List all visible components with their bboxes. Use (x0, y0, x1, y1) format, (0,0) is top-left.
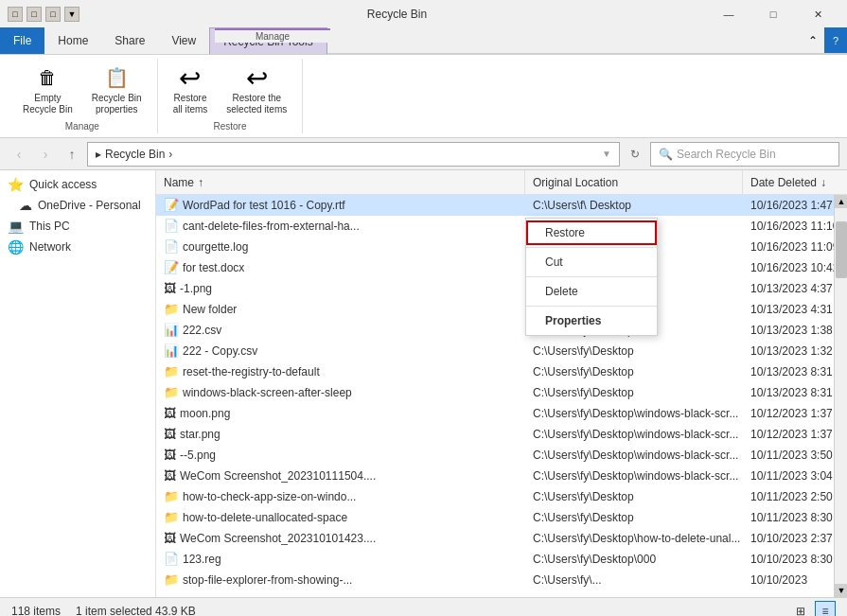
file-date-cell: 10/13/2023 4:31 PM (743, 303, 834, 316)
col-header-name[interactable]: Name ↑ (156, 170, 525, 194)
scroll-up-button[interactable]: ▲ (835, 195, 847, 208)
address-box[interactable]: ▸ Recycle Bin › ▼ (87, 142, 620, 167)
tab-view[interactable]: View (158, 27, 209, 54)
sidebar-item-onedrive[interactable]: ☁ OneDrive - Personal (0, 195, 155, 216)
restore-all-icon: ↩ (175, 62, 205, 93)
file-name-cell: 📁reset-the-registry-to-default (156, 364, 525, 378)
quick-access-icon-3[interactable]: □ (45, 7, 61, 22)
details-view-button[interactable]: ≡ (815, 601, 836, 617)
tab-home[interactable]: Home (44, 27, 101, 54)
table-row[interactable]: 🖼star.pngC:\Users\fy\Desktop\windows-bla… (156, 424, 834, 445)
selected-info: 1 item selected 43.9 KB (76, 605, 196, 617)
file-icon: 🖼 (164, 406, 176, 420)
scroll-down-button[interactable]: ▼ (835, 584, 847, 597)
table-row[interactable]: 🖼WeCom Screenshot_202310101423....C:\Use… (156, 528, 834, 549)
sidebar-item-this-pc[interactable]: 💻 This PC (0, 216, 155, 237)
view-toggle: ⊞ ≡ (790, 601, 836, 617)
quick-access-icon-1[interactable]: □ (8, 7, 23, 22)
file-location-cell: C:\Users\fy\Desktop\windows-black-scr... (525, 428, 743, 441)
file-icon: 📁 (164, 489, 179, 503)
file-name: New folder (183, 303, 237, 316)
tab-share[interactable]: Share (101, 27, 158, 54)
table-row[interactable]: 📝WordPad for test 1016 - Copy.rtfC:\User… (156, 195, 834, 216)
sidebar-item-network[interactable]: 🌐 Network (0, 237, 155, 257)
table-row[interactable]: 📝for test.docx10/16/2023 10:42 AM0 KB (156, 257, 834, 278)
vertical-scrollbar[interactable]: ▲ ▼ (834, 195, 847, 597)
file-name: reset-the-registry-to-default (183, 365, 320, 378)
minimize-button[interactable]: — (707, 0, 750, 28)
table-row[interactable]: 🖼--5.pngC:\Users\fy\Desktop\windows-blac… (156, 445, 834, 466)
scrollbar-thumb[interactable] (836, 221, 847, 278)
table-row[interactable]: 📁New folder10/13/2023 4:31 PM0 KB (156, 299, 834, 320)
file-name-cell: 🖼-1.png (156, 281, 525, 295)
ribbon-collapse-btn[interactable]: ⌃ (802, 27, 824, 54)
table-row[interactable]: 📁windows-black-screen-after-sleepC:\User… (156, 382, 834, 403)
file-date-cell: 10/16/2023 11:10 AM (743, 220, 834, 233)
address-dropdown-arrow[interactable]: ▼ (602, 149, 611, 159)
recycle-bin-properties-button[interactable]: 📋 Recycle Binproperties (84, 59, 150, 119)
context-menu-separator-1 (526, 247, 657, 248)
table-row[interactable]: 📊222 - Copy.csvC:\Users\fy\Desktop10/13/… (156, 341, 834, 361)
file-date-cell: 10/13/2023 4:37 PM (743, 282, 834, 295)
tab-file[interactable]: File (0, 27, 44, 54)
maximize-button[interactable]: □ (751, 0, 795, 28)
search-box[interactable]: 🔍 Search Recycle Bin (650, 142, 839, 167)
window-title: Recycle Bin (87, 8, 707, 21)
table-row[interactable]: 🖼moon.pngC:\Users\fy\Desktop\windows-bla… (156, 403, 834, 424)
file-icon: 📝 (164, 198, 179, 212)
table-row[interactable]: 🖼WeCom Screenshot_202310111504....C:\Use… (156, 466, 834, 486)
help-button[interactable]: ? (824, 27, 847, 54)
file-date-cell: 10/10/2023 8:30 AM (743, 553, 834, 566)
quick-access-icon: ⭐ (8, 177, 24, 192)
large-icons-view-button[interactable]: ⊞ (790, 601, 811, 617)
file-location-cell: C:\Users\fy\Desktop\000 (525, 553, 743, 566)
restore-selected-icon: ↩ (241, 62, 272, 93)
forward-button[interactable]: › (34, 143, 57, 166)
file-date-cell: 10/11/2023 3:04 PM (743, 469, 834, 483)
table-row[interactable]: 📁how-to-delete-unallocated-spaceC:\Users… (156, 507, 834, 528)
restore-all-label: Restoreall items (173, 93, 208, 115)
manage-group-header: Manage (215, 28, 330, 43)
table-row[interactable]: 📁reset-the-registry-to-defaultC:\Users\f… (156, 361, 834, 382)
table-row[interactable]: 📁how-to-check-app-size-on-windo...C:\Use… (156, 486, 834, 507)
col-header-date[interactable]: Date Deleted ↓ (743, 170, 847, 194)
col-header-location[interactable]: Original Location (525, 170, 743, 194)
close-button[interactable]: ✕ (796, 0, 839, 28)
context-menu-item-restore[interactable]: Restore (526, 220, 657, 245)
file-name-cell: 📁how-to-check-app-size-on-windo... (156, 489, 525, 503)
table-row[interactable]: 📄123.regC:\Users\fy\Desktop\00010/10/202… (156, 549, 834, 570)
quick-access-dropdown[interactable]: ▼ (64, 7, 79, 22)
col-name-label: Name (164, 176, 194, 189)
table-row[interactable]: 📄cant-delete-files-from-external-ha.....… (156, 216, 834, 237)
refresh-button[interactable]: ↻ (624, 143, 646, 166)
quick-access-icon-2[interactable]: □ (26, 7, 42, 22)
context-menu-item-properties[interactable]: Properties (526, 308, 657, 333)
manage-group-label: Manage (65, 121, 99, 133)
ribbon-group-manage: 🗑 EmptyRecycle Bin 📋 Recycle Binproperti… (8, 59, 158, 133)
context-menu-item-cut[interactable]: Cut (526, 250, 657, 274)
file-icon: 📁 (164, 302, 179, 316)
sidebar-item-quick-access[interactable]: ⭐ Quick access (0, 174, 155, 195)
up-button[interactable]: ↑ (61, 143, 83, 166)
restore-all-items-button[interactable]: ↩ Restoreall items (166, 59, 216, 119)
file-name-cell: 🖼WeCom Screenshot_202310111504.... (156, 468, 525, 483)
file-icon: 📁 (164, 364, 179, 378)
restore-selected-button[interactable]: ↩ Restore theselected items (219, 59, 294, 119)
table-row[interactable]: 📁stop-file-explorer-from-showing-...C:\U… (156, 570, 834, 590)
col-date-label: Date Deleted (750, 176, 817, 189)
table-row[interactable]: 🖼-1.png...\delete-files-fr...10/13/2023 … (156, 278, 834, 299)
file-location-cell: C:\Users\fy\... (525, 573, 743, 587)
table-row[interactable]: 📊222.csvC:\Users\fy\Desktop10/13/2023 1:… (156, 320, 834, 341)
table-row[interactable]: 📄courgette.log10/16/2023 11:09 AM0 KB (156, 237, 834, 257)
empty-recycle-bin-button[interactable]: 🗑 EmptyRecycle Bin (15, 59, 80, 119)
file-date-cell: 10/16/2023 11:09 AM (743, 240, 834, 254)
file-name-cell: 🖼star.png (156, 427, 525, 441)
file-location-cell: C:\Users\fy\Desktop (525, 386, 743, 399)
back-button[interactable]: ‹ (8, 143, 30, 166)
sidebar-item-label-quick-access: Quick access (29, 178, 97, 191)
file-date-cell: 10/13/2023 8:31 AM (743, 386, 834, 399)
file-icon: 📊 (164, 323, 179, 337)
context-menu-item-delete[interactable]: Delete (526, 279, 657, 304)
file-list: Name ↑ Original Location Date Deleted ↓ … (156, 170, 847, 597)
path-recycle-bin: Recycle Bin (105, 148, 165, 161)
